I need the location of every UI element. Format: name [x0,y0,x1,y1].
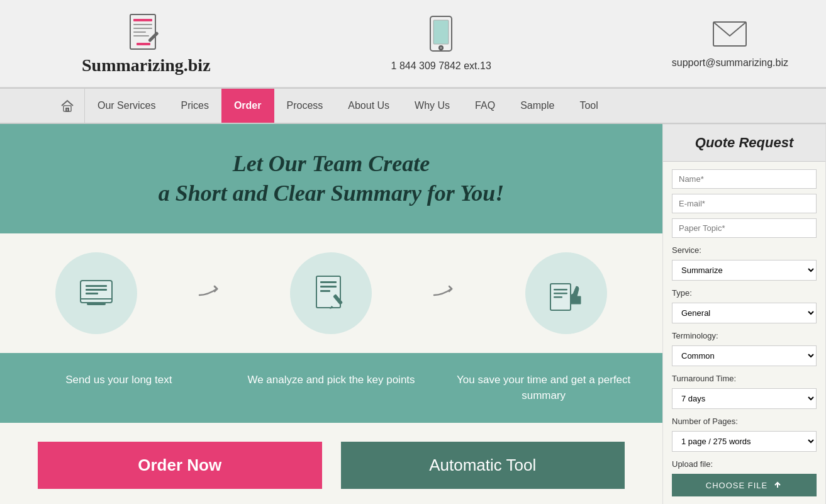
phone-icon [425,15,457,55]
cta-section: Order Now Automatic Tool [0,423,662,504]
hero-title: Let Our Team Create a Short and Clear Su… [38,149,625,208]
navbar: Our Services Prices Order Process About … [0,87,826,124]
svg-rect-16 [87,303,106,305]
choose-file-button[interactable]: CHOOSE FILE [672,474,817,496]
turnaround-label: Turnaround Time: [672,374,817,383]
phone-contact: 1 844 309 7842 ext.13 [391,15,491,72]
email-input[interactable] [672,194,817,213]
email-icon [711,18,749,52]
arrow-1 [198,281,230,305]
svg-rect-4 [133,31,146,33]
topic-input[interactable] [672,218,817,238]
svg-rect-9 [433,20,449,44]
steps-section: Send us your long text We analyze and pi… [0,353,662,423]
nav-tool[interactable]: Tool [567,89,610,123]
order-now-button[interactable]: Order Now [38,442,322,489]
nav-process[interactable]: Process [274,89,336,123]
automatic-tool-button[interactable]: Automatic Tool [341,442,625,489]
quote-sidebar: Quote Request Service: Summarize Type: G… [662,124,826,504]
pages-label: Number of Pages: [672,417,817,426]
email-contact: support@summarizing.biz [672,18,788,69]
nav-our-services[interactable]: Our Services [85,89,168,123]
turnaround-select[interactable]: 7 days [672,388,817,409]
nav-faq[interactable]: FAQ [462,89,508,123]
quote-form: Service: Summarize Type: General Termino… [663,162,825,504]
step-2-text: We analyze and pick the key points [225,366,438,410]
logo-icon [124,11,168,55]
svg-rect-2 [133,24,152,25]
process-step-1-icon [55,252,137,334]
nav-order[interactable]: Order [221,89,274,123]
nav-about-us[interactable]: About Us [335,89,402,123]
process-section [0,233,662,353]
logo-text: Summarizing.biz [82,55,211,76]
nav-prices[interactable]: Prices [168,89,221,123]
type-label: Type: [672,288,817,298]
phone-number: 1 844 309 7842 ext.13 [391,60,491,72]
pages-select[interactable]: 1 page / 275 words [672,431,817,452]
svg-rect-1 [133,19,152,21]
quote-title: Quote Request [663,125,825,162]
terminology-select[interactable]: Common [672,345,817,366]
svg-rect-22 [320,286,337,288]
name-input[interactable] [672,169,817,189]
email-address: support@summarizing.biz [672,57,788,69]
choose-file-label: CHOOSE FILE [706,481,767,490]
process-step-2-icon [290,252,372,334]
content-row: Let Our Team Create a Short and Clear Su… [0,124,826,504]
svg-point-10 [439,46,443,50]
type-select[interactable]: General [672,303,817,323]
svg-rect-21 [320,281,337,283]
upload-label: Upload file: [672,459,817,469]
step-3-text: You save your time and get a perfect sum… [437,366,650,410]
service-label: Service: [672,245,817,255]
process-step-3-icon [525,252,607,334]
svg-rect-19 [86,293,98,294]
svg-rect-27 [554,289,567,291]
hero-banner: Let Our Team Create a Short and Clear Su… [0,124,662,233]
arrow-2 [433,281,464,305]
step-1-text: Send us your long text [13,366,225,410]
nav-why-us[interactable]: Why Us [402,89,462,123]
nav-sample[interactable]: Sample [508,89,567,123]
svg-rect-23 [320,290,330,292]
service-select[interactable]: Summarize [672,260,817,281]
svg-rect-28 [554,293,567,294]
nav-home[interactable] [50,89,85,123]
main-panel: Let Our Team Create a Short and Clear Su… [0,124,662,504]
svg-rect-29 [554,296,562,298]
svg-rect-13 [66,108,69,111]
svg-rect-17 [86,285,107,287]
svg-rect-6 [137,43,150,45]
svg-rect-5 [133,35,149,36]
header: Summarizing.biz 1 844 309 7842 ext.13 [0,0,826,87]
terminology-label: Terminology: [672,331,817,340]
logo-area: Summarizing.biz [82,11,211,76]
svg-rect-18 [86,289,107,291]
svg-rect-3 [133,28,152,29]
